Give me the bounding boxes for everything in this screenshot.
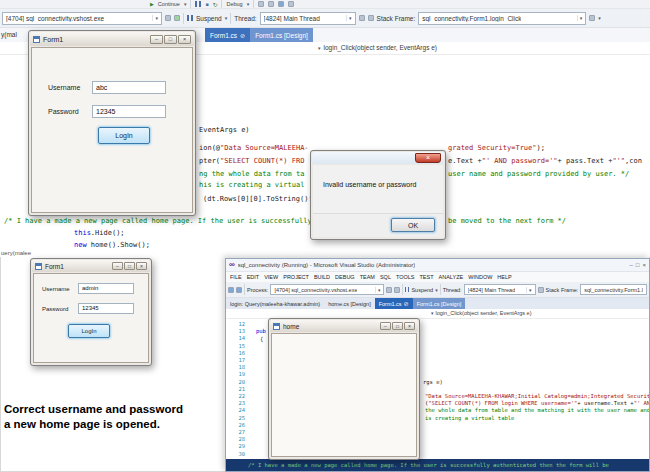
- close-button[interactable]: ×: [404, 322, 415, 330]
- chevron-down-icon[interactable]: ▾: [225, 15, 228, 21]
- login-button[interactable]: LogIn: [68, 324, 110, 338]
- window-titlebar[interactable]: Form1 – □ ×: [30, 32, 194, 46]
- code-line: ("SELECT COUNT(*) FROM login WHERE usern…: [425, 400, 649, 406]
- menu-project[interactable]: PROJECT: [283, 274, 309, 280]
- toolbar-icon[interactable]: [386, 287, 392, 293]
- suspend-button[interactable]: Suspend: [411, 287, 433, 293]
- menu-debug[interactable]: DEBUG: [335, 274, 355, 280]
- window-controls: – □ ×: [379, 322, 415, 330]
- username-input[interactable]: admin: [78, 283, 134, 294]
- selected-line-text: /* I have a made a new page called home …: [248, 462, 609, 468]
- toolbar-icon[interactable]: [288, 1, 294, 7]
- maximize-button[interactable]: □: [164, 35, 177, 44]
- menu-window[interactable]: WINDOW: [468, 274, 492, 280]
- toolbar-icon[interactable]: [368, 15, 374, 21]
- line-number: 15: [238, 343, 245, 350]
- process-combo[interactable]: [4704] sql_connectivity.vshost.exe ▾: [2, 12, 162, 25]
- toolbar-separator: [183, 13, 184, 24]
- code-line: e.Text +"' AND password='"+ pass.Text +"…: [448, 157, 642, 165]
- continue-play-icon[interactable]: ▶: [150, 1, 154, 7]
- stack-frame-label: Stack Frame:: [546, 287, 579, 293]
- pause-icon[interactable]: [195, 1, 201, 7]
- chevron-down-icon[interactable]: ▾: [184, 1, 187, 7]
- window-titlebar[interactable]: Form1 – □ ×: [32, 260, 150, 272]
- menu-team[interactable]: TEAM: [360, 274, 375, 280]
- stop-icon[interactable]: ■: [205, 1, 208, 7]
- minimize-button[interactable]: –: [112, 262, 123, 270]
- password-input[interactable]: 12345: [92, 105, 166, 118]
- close-icon[interactable]: ×: [415, 153, 441, 163]
- menu-help[interactable]: HELP: [497, 274, 511, 280]
- maximize-button[interactable]: □: [636, 261, 640, 269]
- window-titlebar[interactable]: ∞ sql_connectivity (Running) - Microsoft…: [226, 259, 649, 272]
- tab-form1-cs-design[interactable]: Form1.cs [Design]: [413, 298, 466, 309]
- code-line: rgs e): [423, 379, 443, 385]
- restart-icon[interactable]: ↻: [212, 1, 217, 8]
- debug-target-button[interactable]: Debug: [226, 1, 242, 7]
- chevron-down-icon[interactable]: ▾: [247, 1, 250, 7]
- maximize-button[interactable]: □: [392, 322, 403, 330]
- close-button[interactable]: ×: [136, 262, 147, 270]
- maximize-button[interactable]: □: [124, 262, 135, 270]
- toolbar-icon[interactable]: [589, 15, 595, 21]
- window-titlebar[interactable]: home – □ ×: [270, 320, 418, 332]
- tab-query-fragment[interactable]: y(mal: [1, 31, 17, 38]
- caption-line-2: a new home page is opened.: [4, 417, 183, 432]
- stack-frame-combo[interactable]: sql_connectivity.Form1.login_Click: [580, 284, 647, 295]
- toolbar-icon[interactable]: [278, 1, 284, 7]
- tab-label: Form1.cs: [379, 301, 402, 307]
- menu-view[interactable]: VIEW: [264, 274, 278, 280]
- close-button[interactable]: ×: [178, 35, 191, 44]
- toolbar-icon[interactable]: [165, 15, 171, 21]
- process-combo[interactable]: [4704] sql_connectivity.vshost.exe ▾: [270, 284, 384, 295]
- tab-label: Form1.cs: [210, 32, 237, 39]
- toolbar-icon[interactable]: [174, 15, 180, 21]
- line-number: 19: [238, 371, 245, 378]
- tab-form1-cs-design[interactable]: Form1.cs [Design]: [250, 28, 313, 42]
- password-input[interactable]: 12345: [78, 303, 134, 314]
- thread-combo[interactable]: [4824] Main Thread ▾: [260, 12, 356, 25]
- member-dropdown[interactable]: ▾ login_Click(object sender, EventArgs e…: [431, 310, 532, 316]
- tab-fragment-text: uery(malee: [1, 250, 31, 256]
- toolbar-icon[interactable]: [359, 15, 365, 21]
- ok-button[interactable]: OK: [391, 218, 435, 232]
- suspend-button[interactable]: Suspend: [196, 15, 222, 22]
- menu-edit[interactable]: EDIT: [247, 274, 260, 280]
- standard-toolbar: ▶ Continue ▾ ■ ↻ Debug ▾: [0, 0, 650, 9]
- continue-button[interactable]: Continue: [158, 1, 180, 7]
- chevron-down-icon[interactable]: ▾: [435, 287, 438, 293]
- menu-test[interactable]: TEST: [420, 274, 434, 280]
- minimize-button[interactable]: –: [630, 261, 633, 269]
- minimize-button[interactable]: –: [150, 35, 163, 44]
- menu-file[interactable]: FILE: [230, 274, 242, 280]
- menu-tools[interactable]: TOOLS: [396, 274, 415, 280]
- toolbar-icon[interactable]: [394, 287, 400, 293]
- username-label: Username: [48, 84, 80, 91]
- toolbar-icon[interactable]: [268, 1, 274, 7]
- tab-home-cs-design[interactable]: home.cs [Design]: [324, 298, 375, 309]
- menu-sql[interactable]: SQL: [380, 274, 391, 280]
- toolbar-icon[interactable]: [258, 1, 264, 7]
- close-button[interactable]: ×: [642, 261, 646, 269]
- dialog-titlebar[interactable]: ×: [312, 152, 444, 164]
- document-tabs: Form1.cs⊘Form1.cs [Design]: [205, 28, 313, 42]
- back-icon[interactable]: [228, 287, 234, 293]
- toolbar-icon[interactable]: [538, 287, 544, 293]
- menu-analyze[interactable]: ANALYZE: [439, 274, 464, 280]
- thread-combo[interactable]: [4824] Main Thread ▾: [464, 284, 536, 295]
- chevron-down-icon[interactable]: ▾: [598, 15, 601, 21]
- forward-icon[interactable]: [236, 287, 242, 293]
- menu-build[interactable]: BUILD: [314, 274, 330, 280]
- minimize-button[interactable]: –: [380, 322, 391, 330]
- login-button[interactable]: LogIn: [98, 127, 150, 144]
- member-dropdown[interactable]: ▾ login_Click(object sender, EventArgs e…: [318, 44, 437, 51]
- tab-form1-cs[interactable]: Form1.cs⊘: [205, 28, 250, 42]
- code-line: grated Security=True");: [448, 144, 545, 152]
- username-input[interactable]: abc: [92, 81, 166, 94]
- tab-form1-cs[interactable]: Form1.cs⊘: [375, 298, 413, 309]
- tab-login-query-maleeha-khawar-admin[interactable]: login: Query(maleeha-khawar.admin): [226, 298, 324, 309]
- code-line: /* I have a made a new page called home …: [4, 217, 312, 225]
- toolbar-separator: [402, 284, 403, 295]
- stack-frame-combo[interactable]: sql_connectivity.Form1.login_Click ▾: [418, 12, 586, 25]
- dialog-button-strip: OK: [313, 213, 443, 237]
